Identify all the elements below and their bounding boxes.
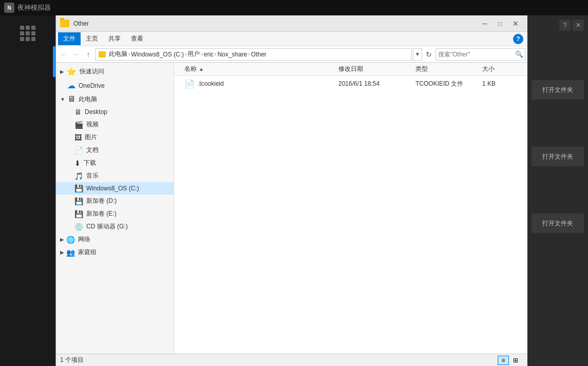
path-sep2: › [185,51,186,57]
path-users[interactable]: 用户 [187,50,200,59]
title-bar: Other ─ □ ✕ [56,15,527,32]
nox-sidebar [0,15,55,366]
sort-arrow: ▲ [199,66,204,72]
menu-bar: 文件 主页 共享 查看 ? [56,32,527,46]
nav-documents[interactable]: 📄 文档 [56,144,174,157]
network-icon: 🌐 [66,236,75,244]
file-area: 名称 ▲ 修改日期 类型 大小 📄 [174,63,527,354]
up-button[interactable]: ↑ [83,49,94,60]
homegroup-icon: 👥 [66,248,75,257]
nav-new-e[interactable]: 💾 新加卷 (E:) [56,207,174,220]
nox-help-btn[interactable]: ? [559,20,571,31]
address-bar: ← → ↑ 此电脑 › Windows8_OS (C:) › 用户 › eric… [56,46,527,63]
nav-this-pc[interactable]: ▼ 🖥 此电脑 [56,92,174,106]
nav-videos[interactable]: 🎬 视频 [56,118,174,131]
path-sep1: › [128,51,130,57]
cd-g-icon: 💿 [74,223,83,231]
nox-spacer3 [532,169,584,210]
path-computer[interactable]: 此电脑 [109,50,127,59]
downloads-icon: ⬇ [74,159,81,167]
nox-spacer1 [532,36,584,77]
view-buttons: ≡ ⊞ [498,356,521,365]
nav-windows-c[interactable]: 💾 Windows8_OS (C:) [56,182,174,195]
nox-logo-icon: N [4,3,14,13]
nox-title: 夜神模拟器 [17,3,51,12]
menu-home[interactable]: 主页 [81,32,103,45]
menu-file[interactable]: 文件 [58,32,81,45]
col-date-header[interactable]: 修改日期 [338,65,415,73]
path-sep3: › [201,51,202,57]
homegroup-arrow: ▶ [60,249,64,255]
nox-active-indicator [53,46,55,77]
nav-homegroup[interactable]: ▶ 👥 家庭组 [56,246,174,259]
title-folder-icon [60,20,69,27]
nav-new-d[interactable]: 💾 新加卷 (D:) [56,195,174,207]
nox-grid-icon[interactable] [20,26,35,41]
forward-button[interactable]: → [70,49,82,60]
col-size-header[interactable]: 大小 [482,65,523,73]
nav-cd-g[interactable]: 💿 CD 驱动器 (G:) [56,220,174,233]
title-text: Other [73,20,477,27]
path-nox-share[interactable]: Nox_share [217,51,247,58]
path-folder-icon [99,51,106,57]
path-drive[interactable]: Windows8_OS (C:) [131,51,184,58]
maximize-button[interactable]: □ [492,18,508,29]
view-details-button[interactable]: ≡ [498,356,509,365]
help-button[interactable]: ? [513,34,523,44]
this-pc-arrow: ▼ [60,97,65,102]
nox-open-folder-btn-1[interactable]: 打开文件夹 [532,80,584,100]
nox-close-btn[interactable]: ✕ [573,20,584,31]
nav-quick-access[interactable]: ▶ ⭐ 快速访问 [56,65,174,79]
nav-network[interactable]: ▶ 🌐 网络 [56,233,174,246]
main-content: ▶ ⭐ 快速访问 ☁ OneDrive ▼ 🖥 此电脑 [56,63,527,354]
nox-panel-top: ? ✕ [532,20,584,31]
view-large-icons-button[interactable]: ⊞ [510,356,521,365]
windows-c-icon: 💾 [74,184,83,192]
search-icon[interactable]: 🔍 [515,50,523,58]
explorer-window: Other ─ □ ✕ 文件 主页 共享 查看 ? ← → ↑ [55,15,527,366]
status-bar: 1 个项目 ≡ ⊞ [56,354,527,366]
path-sep4: › [215,51,216,57]
search-box: 🔍 [435,48,525,61]
nav-panel: ▶ ⭐ 快速访问 ☁ OneDrive ▼ 🖥 此电脑 [56,63,174,354]
nav-downloads[interactable]: ⬇ 下载 [56,157,174,169]
this-pc-icon: 🖥 [67,94,75,104]
desktop-icon: 🖥 [74,108,82,116]
back-button[interactable]: ← [58,49,69,60]
nav-desktop[interactable]: 🖥 Desktop [56,106,174,118]
nav-onedrive[interactable]: ☁ OneDrive [56,79,174,92]
file-list-body: 📄 .tcookieid 2016/6/1 18:54 TCOOKIEID 文件… [174,76,527,354]
quick-access-icon: ⭐ [66,67,77,76]
close-button[interactable]: ✕ [508,18,523,29]
path-eric[interactable]: eric [204,51,214,58]
nav-music[interactable]: 🎵 音乐 [56,169,174,182]
table-row[interactable]: 📄 .tcookieid 2016/6/1 18:54 TCOOKIEID 文件… [174,77,527,90]
menu-view[interactable]: 查看 [126,32,148,45]
menu-share[interactable]: 共享 [103,32,126,45]
path-dropdown-button[interactable]: ▼ [413,48,422,61]
nox-open-folder-btn-3[interactable]: 打开文件夹 [532,214,584,233]
minimize-button[interactable]: ─ [477,18,492,29]
address-path[interactable]: 此电脑 › Windows8_OS (C:) › 用户 › eric › Nox… [95,48,412,61]
quick-access-arrow: ▶ [60,69,64,74]
nox-spacer2 [532,103,584,144]
onedrive-icon: ☁ [67,81,75,90]
documents-icon: 📄 [74,146,83,155]
new-d-icon: 💾 [74,197,83,205]
col-name-header[interactable]: 名称 ▲ [184,65,338,73]
nav-pictures[interactable]: 🖼 图片 [56,131,174,144]
refresh-button[interactable]: ↻ [423,49,434,60]
music-icon: 🎵 [74,172,83,180]
new-e-icon: 💾 [74,210,83,218]
network-arrow: ▶ [60,237,64,242]
nox-right-panel: ? ✕ 打开文件夹 打开文件夹 打开文件夹 [527,15,588,366]
path-sep5: › [248,51,250,57]
search-input[interactable] [438,51,515,58]
nox-open-folder-btn-2[interactable]: 打开文件夹 [532,147,584,166]
path-other[interactable]: Other [251,51,267,58]
status-count: 1 个项目 [60,356,84,364]
col-type-header[interactable]: 类型 [415,65,482,73]
file-icon: 📄 [184,79,195,89]
nox-top-bar: N 夜神模拟器 [0,0,588,15]
title-controls: ─ □ ✕ [477,18,523,29]
